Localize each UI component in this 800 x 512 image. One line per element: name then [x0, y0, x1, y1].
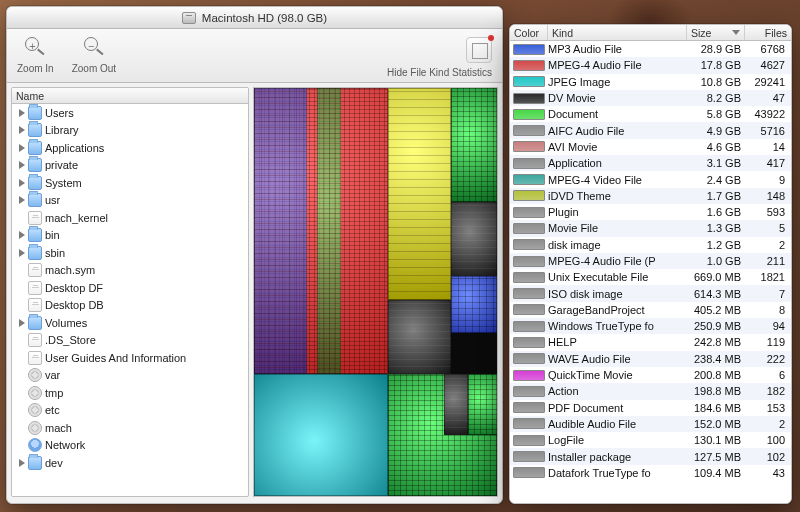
tree-row-label: sbin: [45, 247, 65, 259]
stats-files: 6: [747, 369, 791, 381]
file-icon: [28, 211, 42, 225]
stats-row[interactable]: Unix Executable File669.0 MB1821: [510, 269, 791, 285]
hide-stats-label: Hide File Kind Statistics: [387, 67, 492, 78]
stats-files: 7: [747, 288, 791, 300]
tree-row[interactable]: .DS_Store: [12, 332, 248, 350]
stats-row[interactable]: Action198.8 MB182: [510, 383, 791, 399]
tree-row[interactable]: mach.sym: [12, 262, 248, 280]
stats-row[interactable]: Datafork TrueType fo109.4 MB43: [510, 465, 791, 481]
stats-row[interactable]: Application3.1 GB417: [510, 155, 791, 171]
stats-row[interactable]: AIFC Audio File4.9 GB5716: [510, 122, 791, 138]
tree-row[interactable]: System: [12, 174, 248, 192]
disclosure-triangle-icon[interactable]: [19, 161, 25, 169]
stats-row[interactable]: QuickTime Movie200.8 MB6: [510, 367, 791, 383]
tree-row[interactable]: mach_kernel: [12, 209, 248, 227]
volume-icon: [182, 12, 196, 24]
tree-row[interactable]: etc: [12, 402, 248, 420]
tree-row[interactable]: var: [12, 367, 248, 385]
tree-row[interactable]: Network: [12, 437, 248, 455]
stats-row[interactable]: WAVE Audio File238.4 MB222: [510, 351, 791, 367]
tree-row[interactable]: Desktop DF: [12, 279, 248, 297]
stats-kind: Audible Audio File: [548, 418, 689, 430]
disclosure-triangle-icon[interactable]: [19, 459, 25, 467]
tree-row[interactable]: bin: [12, 227, 248, 245]
stats-row[interactable]: MP3 Audio File28.9 GB6768: [510, 41, 791, 57]
disclosure-triangle-icon[interactable]: [19, 109, 25, 117]
stats-row[interactable]: DV Movie8.2 GB47: [510, 90, 791, 106]
tree-row[interactable]: dev: [12, 454, 248, 472]
stats-row[interactable]: MPEG-4 Video File2.4 GB9: [510, 171, 791, 187]
tree-row[interactable]: Desktop DB: [12, 297, 248, 315]
stats-kind: Unix Executable File: [548, 271, 689, 283]
stats-kind: Movie File: [548, 222, 689, 234]
tree-row[interactable]: Volumes: [12, 314, 248, 332]
stats-files: 100: [747, 434, 791, 446]
stats-files: 119: [747, 336, 791, 348]
zoom-out-button[interactable]: − Zoom Out: [72, 33, 116, 74]
stats-files: 6768: [747, 43, 791, 55]
tree-row[interactable]: tmp: [12, 384, 248, 402]
stats-row[interactable]: Audible Audio File152.0 MB2: [510, 416, 791, 432]
tree-row[interactable]: sbin: [12, 244, 248, 262]
stats-kind: disk image: [548, 239, 689, 251]
tree-list[interactable]: UsersLibraryApplicationsprivateSystemusr…: [12, 104, 248, 496]
stats-row[interactable]: Windows TrueType fo250.9 MB94: [510, 318, 791, 334]
tree-row-label: Users: [45, 107, 74, 119]
stats-row[interactable]: AVI Movie4.6 GB14: [510, 139, 791, 155]
stats-size: 152.0 MB: [689, 418, 747, 430]
header-kind[interactable]: Kind: [548, 25, 687, 40]
disclosure-triangle-icon[interactable]: [19, 319, 25, 327]
color-swatch: [513, 239, 545, 250]
stats-row[interactable]: Document5.8 GB43922: [510, 106, 791, 122]
tree-row[interactable]: private: [12, 157, 248, 175]
disclosure-triangle-icon[interactable]: [19, 196, 25, 204]
folder-icon: [28, 106, 42, 120]
stats-row[interactable]: MPEG-4 Audio File17.8 GB4627: [510, 57, 791, 73]
stats-row[interactable]: PDF Document184.6 MB153: [510, 400, 791, 416]
header-color[interactable]: Color: [510, 25, 548, 40]
stats-row[interactable]: iDVD Theme1.7 GB148: [510, 188, 791, 204]
color-swatch: [513, 44, 545, 55]
header-size[interactable]: Size: [687, 25, 745, 40]
tree-row[interactable]: Applications: [12, 139, 248, 157]
disclosure-triangle-icon[interactable]: [19, 144, 25, 152]
tree-header[interactable]: Name: [12, 88, 248, 104]
zoom-in-button[interactable]: + Zoom In: [17, 33, 54, 74]
disclosure-triangle-icon[interactable]: [19, 179, 25, 187]
stats-size: 127.5 MB: [689, 451, 747, 463]
hide-stats-button[interactable]: Hide File Kind Statistics: [387, 33, 492, 78]
stats-size: 405.2 MB: [689, 304, 747, 316]
treemap[interactable]: [253, 87, 498, 497]
color-swatch: [513, 386, 545, 397]
stats-row[interactable]: MPEG-4 Audio File (P1.0 GB211: [510, 253, 791, 269]
stats-row[interactable]: Plugin1.6 GB593: [510, 204, 791, 220]
folder-icon: [28, 456, 42, 470]
disclosure-triangle-icon[interactable]: [19, 126, 25, 134]
titlebar[interactable]: Macintosh HD (98.0 GB): [7, 7, 502, 29]
disclosure-triangle-icon[interactable]: [19, 249, 25, 257]
stats-row[interactable]: JPEG Image10.8 GB29241: [510, 74, 791, 90]
stats-row[interactable]: Movie File1.3 GB5: [510, 220, 791, 236]
stats-kind: AIFC Audio File: [548, 125, 689, 137]
stats-kind: PDF Document: [548, 402, 689, 414]
stats-size: 4.6 GB: [689, 141, 747, 153]
tree-row[interactable]: mach: [12, 419, 248, 437]
stats-list[interactable]: MP3 Audio File28.9 GB6768MPEG-4 Audio Fi…: [510, 41, 791, 503]
stats-row[interactable]: disk image1.2 GB2: [510, 237, 791, 253]
tree-row-label: Volumes: [45, 317, 87, 329]
stats-row[interactable]: GarageBandProject405.2 MB8: [510, 302, 791, 318]
folder-icon: [28, 228, 42, 242]
stats-files: 47: [747, 92, 791, 104]
tree-row[interactable]: Users: [12, 104, 248, 122]
tree-row[interactable]: User Guides And Information: [12, 349, 248, 367]
header-files[interactable]: Files: [745, 25, 791, 40]
disclosure-triangle-icon[interactable]: [19, 231, 25, 239]
stats-row[interactable]: ISO disk image614.3 MB7: [510, 285, 791, 301]
tree-row[interactable]: Library: [12, 122, 248, 140]
stats-row[interactable]: LogFile130.1 MB100: [510, 432, 791, 448]
stats-row[interactable]: Installer package127.5 MB102: [510, 448, 791, 464]
tree-row[interactable]: usr: [12, 192, 248, 210]
stats-row[interactable]: HELP242.8 MB119: [510, 334, 791, 350]
stats-kind: Installer package: [548, 451, 689, 463]
stats-size: 1.7 GB: [689, 190, 747, 202]
